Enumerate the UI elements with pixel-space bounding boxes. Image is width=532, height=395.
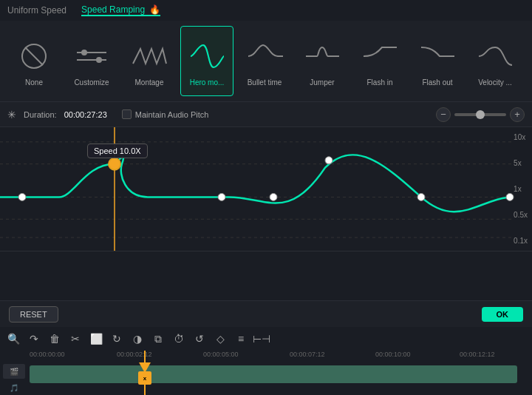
diamond-tool-icon[interactable]: ◇ — [213, 331, 228, 346]
zoom-tool-icon[interactable]: 🔍 — [6, 331, 21, 346]
timeline-area: 🔍 ↷ 🗑 ✂ ⬜ ↻ ◑ ⧉ ⏱ ↺ ◇ ≡ ⊢⊣ 🎬 🎵 00:00:00:… — [0, 327, 532, 395]
preset-flash-out-label: Flash out — [422, 78, 452, 87]
controls-bar: ✳ Duration: 00:00:27:23 Maintain Audio P… — [0, 102, 532, 127]
y-axis-labels: 10x 5x 1x 0.5x 0.1x — [512, 127, 529, 251]
preset-flash-in-label: Flash in — [366, 78, 392, 87]
svg-point-15 — [270, 193, 277, 200]
preset-montage[interactable]: Montage — [123, 26, 176, 96]
none-icon — [12, 36, 56, 77]
svg-point-12 — [18, 193, 26, 200]
playhead-speed-tag: x — [138, 371, 151, 385]
playhead-line[interactable]: x — [144, 351, 146, 395]
svg-point-17 — [417, 193, 425, 200]
zoom-controls: − + — [436, 107, 525, 122]
trash-tool-icon[interactable]: 🗑 — [47, 331, 62, 346]
preset-jumper-label: Jumper — [310, 78, 334, 87]
speed-curve-graph[interactable] — [0, 127, 532, 251]
bullet-time-icon — [242, 36, 287, 77]
preset-flash-out[interactable]: Flash out — [411, 26, 464, 96]
graph-area: 10x 5x 1x 0.5x 0.1x Speed 10.0X — [0, 127, 532, 251]
tab-uniform-speed[interactable]: Uniform Speed — [7, 5, 66, 16]
audio-pitch-section: Maintain Audio Pitch — [122, 109, 209, 119]
preset-bullet-time[interactable]: Bullet time — [238, 26, 291, 96]
audio-tool-icon[interactable]: ⊢⊣ — [254, 331, 269, 346]
empty-area — [0, 251, 532, 300]
timeline-track-area: 🎬 🎵 00:00:00:00 00:00:02:12 00:00:05:00 … — [0, 351, 532, 395]
time-mark-4: 00:00:10:00 — [375, 351, 411, 358]
y-label-5x: 5x — [514, 159, 528, 167]
hero-mo-icon — [185, 36, 229, 77]
preset-velocity[interactable]: Velocity ... — [468, 26, 522, 96]
loop-tool-icon[interactable]: ↺ — [192, 331, 207, 346]
fire-icon: 🔥 — [149, 4, 160, 15]
redo-tool-icon[interactable]: ↷ — [27, 331, 41, 346]
ok-button[interactable]: OK — [482, 307, 524, 322]
time-ruler: 00:00:00:00 00:00:02:12 00:00:05:00 00:0… — [30, 351, 532, 364]
transition-tool-icon[interactable]: ⧉ — [151, 331, 166, 346]
maintain-audio-label: Maintain Audio Pitch — [135, 110, 209, 119]
velocity-icon — [473, 36, 517, 77]
reset-button[interactable]: RESET — [9, 306, 58, 323]
svg-point-16 — [325, 157, 332, 164]
preset-hero-mo-label: Hero mo... — [190, 78, 225, 87]
adjust-tool-icon[interactable]: ≡ — [233, 331, 248, 346]
preset-hero-mo[interactable]: Hero mo... — [180, 26, 233, 96]
speed-tooltip: Speed 10.0X — [87, 144, 148, 158]
zoom-in-button[interactable]: + — [510, 107, 525, 122]
preset-customize-label: Customize — [74, 78, 109, 87]
customize-icon — [69, 36, 114, 77]
preset-flash-in[interactable]: Flash in — [353, 26, 406, 96]
svg-line-1 — [25, 47, 43, 65]
tab-speed-ramping[interactable]: Speed Ramping 🔥 — [81, 4, 160, 16]
crop-tool-icon[interactable]: ⬜ — [89, 331, 103, 346]
speed-tool-icon[interactable]: ⏱ — [171, 331, 186, 346]
preset-montage-label: Montage — [135, 78, 164, 87]
tab-bar: Uniform Speed Speed Ramping 🔥 — [0, 0, 532, 21]
cut-tool-icon[interactable]: ✂ — [68, 331, 83, 346]
track-type-icon: 🎬 — [3, 364, 25, 379]
y-label-0-5x: 0.5x — [514, 211, 528, 219]
y-label-10x: 10x — [514, 133, 528, 141]
time-mark-1: 00:00:02:12 — [117, 351, 152, 358]
svg-point-5 — [96, 57, 102, 63]
track-audio-icon: 🎵 — [3, 382, 25, 394]
svg-point-13 — [109, 158, 120, 170]
snowflake-icon: ✳ — [7, 109, 16, 121]
video-track[interactable] — [30, 365, 517, 383]
preset-velocity-label: Velocity ... — [478, 78, 512, 87]
zoom-thumb — [476, 110, 485, 119]
time-mark-5: 00:00:12:12 — [460, 351, 495, 358]
y-label-0-1x: 0.1x — [514, 237, 528, 245]
bottom-toolbar: RESET OK — [0, 300, 532, 327]
zoom-out-button[interactable]: − — [436, 107, 451, 122]
flash-in-icon — [358, 36, 402, 77]
time-mark-3: 00:00:07:12 — [290, 351, 325, 358]
preset-none[interactable]: None — [7, 26, 61, 96]
duration-value: 00:00:27:23 — [64, 110, 107, 119]
time-mark-2: 00:00:05:00 — [203, 351, 239, 358]
svg-point-4 — [81, 50, 87, 55]
time-mark-0: 00:00:00:00 — [30, 351, 65, 358]
preset-jumper[interactable]: Jumper — [296, 26, 349, 96]
preset-customize[interactable]: Customize — [65, 26, 118, 96]
flash-out-icon — [415, 36, 460, 77]
maintain-audio-checkbox[interactable] — [122, 109, 132, 119]
svg-point-14 — [218, 193, 225, 200]
preset-none-label: None — [25, 78, 43, 87]
y-label-1x: 1x — [514, 185, 528, 193]
preset-bullet-time-label: Bullet time — [248, 78, 282, 87]
duration-label: Duration: — [24, 110, 57, 119]
presets-bar: None Customize Montage Her — [0, 21, 532, 102]
montage-icon — [127, 36, 171, 77]
jumper-icon — [300, 36, 344, 77]
zoom-slider[interactable] — [454, 113, 506, 116]
effect-tool-icon[interactable]: ◑ — [130, 331, 145, 346]
rotate-tool-icon[interactable]: ↻ — [109, 331, 124, 346]
timeline-tools: 🔍 ↷ 🗑 ✂ ⬜ ↻ ◑ ⧉ ⏱ ↺ ◇ ≡ ⊢⊣ — [0, 327, 532, 351]
